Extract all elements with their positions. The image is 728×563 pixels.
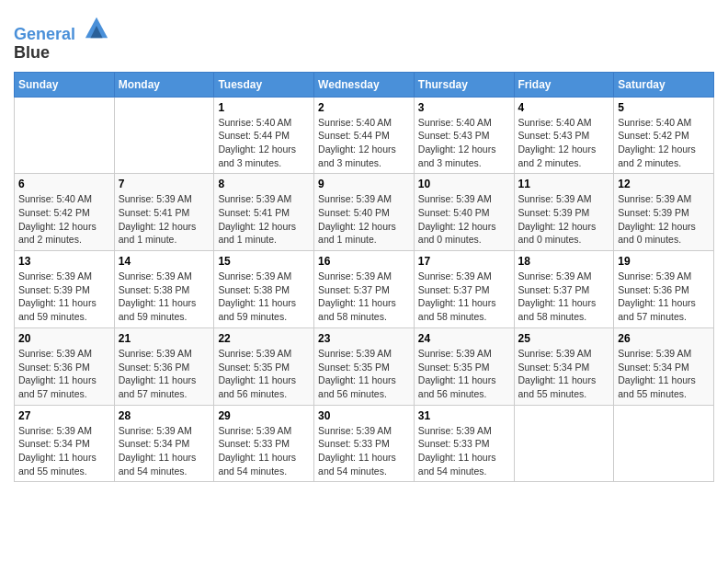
logo: General Blue	[14, 14, 109, 63]
day-number: 20	[18, 332, 110, 345]
calendar-cell: 11Sunrise: 5:39 AM Sunset: 5:39 PM Dayli…	[514, 174, 614, 251]
week-row-4: 20Sunrise: 5:39 AM Sunset: 5:36 PM Dayli…	[15, 327, 714, 405]
calendar-cell: 18Sunrise: 5:39 AM Sunset: 5:37 PM Dayli…	[514, 251, 614, 328]
day-header-friday: Friday	[514, 72, 614, 97]
day-info: Sunrise: 5:40 AM Sunset: 5:43 PM Dayligh…	[418, 116, 510, 170]
day-number: 26	[618, 332, 710, 345]
day-info: Sunrise: 5:39 AM Sunset: 5:40 PM Dayligh…	[418, 192, 510, 247]
day-number: 7	[119, 178, 210, 190]
day-header-saturday: Saturday	[614, 72, 714, 97]
calendar-cell: 16Sunrise: 5:39 AM Sunset: 5:37 PM Dayli…	[314, 251, 415, 328]
day-info: Sunrise: 5:39 AM Sunset: 5:36 PM Dayligh…	[18, 347, 110, 401]
day-number: 12	[618, 178, 710, 190]
day-info: Sunrise: 5:39 AM Sunset: 5:37 PM Dayligh…	[418, 270, 510, 324]
calendar-cell: 10Sunrise: 5:39 AM Sunset: 5:40 PM Dayli…	[414, 174, 514, 251]
day-info: Sunrise: 5:39 AM Sunset: 5:37 PM Dayligh…	[518, 270, 610, 324]
day-header-monday: Monday	[114, 72, 214, 97]
day-number: 14	[119, 255, 210, 268]
day-info: Sunrise: 5:39 AM Sunset: 5:34 PM Dayligh…	[518, 347, 610, 401]
calendar-cell	[614, 405, 714, 482]
calendar-cell: 26Sunrise: 5:39 AM Sunset: 5:34 PM Dayli…	[614, 327, 714, 405]
day-info: Sunrise: 5:39 AM Sunset: 5:36 PM Dayligh…	[618, 270, 710, 324]
page-header: General Blue	[14, 14, 714, 63]
day-number: 30	[318, 409, 410, 422]
day-number: 25	[518, 332, 610, 345]
calendar-cell: 9Sunrise: 5:39 AM Sunset: 5:40 PM Daylig…	[314, 174, 415, 251]
calendar-cell: 28Sunrise: 5:39 AM Sunset: 5:34 PM Dayli…	[114, 405, 214, 482]
day-info: Sunrise: 5:39 AM Sunset: 5:39 PM Dayligh…	[618, 192, 710, 247]
day-number: 4	[518, 101, 610, 114]
day-number: 16	[318, 255, 410, 268]
day-info: Sunrise: 5:39 AM Sunset: 5:35 PM Dayligh…	[318, 347, 410, 401]
calendar-cell: 21Sunrise: 5:39 AM Sunset: 5:36 PM Dayli…	[114, 327, 214, 405]
calendar-cell: 12Sunrise: 5:39 AM Sunset: 5:39 PM Dayli…	[614, 174, 714, 251]
day-number: 23	[318, 332, 410, 345]
calendar-cell	[514, 405, 614, 482]
day-info: Sunrise: 5:39 AM Sunset: 5:33 PM Dayligh…	[218, 424, 310, 478]
day-info: Sunrise: 5:39 AM Sunset: 5:39 PM Dayligh…	[518, 192, 610, 247]
week-row-5: 27Sunrise: 5:39 AM Sunset: 5:34 PM Dayli…	[15, 405, 714, 482]
day-number: 3	[418, 101, 510, 114]
day-info: Sunrise: 5:39 AM Sunset: 5:35 PM Dayligh…	[418, 347, 510, 401]
calendar-cell: 31Sunrise: 5:39 AM Sunset: 5:33 PM Dayli…	[414, 405, 514, 482]
day-info: Sunrise: 5:39 AM Sunset: 5:36 PM Dayligh…	[119, 347, 210, 401]
calendar-cell: 4Sunrise: 5:40 AM Sunset: 5:43 PM Daylig…	[514, 97, 614, 174]
day-number: 18	[518, 255, 610, 268]
day-number: 10	[418, 178, 510, 190]
calendar-cell	[114, 97, 214, 174]
calendar-cell: 30Sunrise: 5:39 AM Sunset: 5:33 PM Dayli…	[314, 405, 415, 482]
day-info: Sunrise: 5:39 AM Sunset: 5:39 PM Dayligh…	[18, 270, 110, 324]
day-number: 8	[218, 178, 310, 190]
calendar-cell: 7Sunrise: 5:39 AM Sunset: 5:41 PM Daylig…	[114, 174, 214, 251]
calendar-cell: 6Sunrise: 5:40 AM Sunset: 5:42 PM Daylig…	[15, 174, 115, 251]
day-number: 1	[218, 101, 310, 114]
day-header-sunday: Sunday	[15, 72, 115, 97]
day-info: Sunrise: 5:39 AM Sunset: 5:33 PM Dayligh…	[318, 424, 410, 478]
day-number: 9	[318, 178, 410, 190]
logo-text: General Blue	[14, 14, 109, 63]
calendar-cell: 25Sunrise: 5:39 AM Sunset: 5:34 PM Dayli…	[514, 327, 614, 405]
calendar-cell: 20Sunrise: 5:39 AM Sunset: 5:36 PM Dayli…	[15, 327, 115, 405]
calendar-cell: 19Sunrise: 5:39 AM Sunset: 5:36 PM Dayli…	[614, 251, 714, 328]
day-number: 22	[218, 332, 310, 345]
calendar-cell: 24Sunrise: 5:39 AM Sunset: 5:35 PM Dayli…	[414, 327, 514, 405]
calendar-cell: 5Sunrise: 5:40 AM Sunset: 5:42 PM Daylig…	[614, 97, 714, 174]
day-info: Sunrise: 5:39 AM Sunset: 5:37 PM Dayligh…	[318, 270, 410, 324]
calendar-cell: 8Sunrise: 5:39 AM Sunset: 5:41 PM Daylig…	[214, 174, 314, 251]
day-info: Sunrise: 5:40 AM Sunset: 5:44 PM Dayligh…	[218, 116, 310, 170]
week-row-2: 6Sunrise: 5:40 AM Sunset: 5:42 PM Daylig…	[15, 174, 714, 251]
day-number: 28	[119, 409, 210, 422]
day-info: Sunrise: 5:40 AM Sunset: 5:44 PM Dayligh…	[318, 116, 410, 170]
day-info: Sunrise: 5:39 AM Sunset: 5:33 PM Dayligh…	[418, 424, 510, 478]
calendar-cell	[15, 97, 115, 174]
day-info: Sunrise: 5:39 AM Sunset: 5:41 PM Dayligh…	[218, 192, 310, 247]
calendar-cell: 15Sunrise: 5:39 AM Sunset: 5:38 PM Dayli…	[214, 251, 314, 328]
day-number: 24	[418, 332, 510, 345]
week-row-3: 13Sunrise: 5:39 AM Sunset: 5:39 PM Dayli…	[15, 251, 714, 328]
day-number: 21	[119, 332, 210, 345]
day-info: Sunrise: 5:39 AM Sunset: 5:34 PM Dayligh…	[18, 424, 110, 478]
calendar-cell: 29Sunrise: 5:39 AM Sunset: 5:33 PM Dayli…	[214, 405, 314, 482]
day-number: 5	[618, 101, 710, 114]
day-info: Sunrise: 5:40 AM Sunset: 5:43 PM Dayligh…	[518, 116, 610, 170]
day-number: 17	[418, 255, 510, 268]
calendar-cell: 23Sunrise: 5:39 AM Sunset: 5:35 PM Dayli…	[314, 327, 415, 405]
day-number: 11	[518, 178, 610, 190]
calendar-cell: 13Sunrise: 5:39 AM Sunset: 5:39 PM Dayli…	[15, 251, 115, 328]
day-number: 2	[318, 101, 410, 114]
calendar-table: SundayMondayTuesdayWednesdayThursdayFrid…	[14, 72, 714, 483]
day-number: 13	[18, 255, 110, 268]
day-info: Sunrise: 5:39 AM Sunset: 5:38 PM Dayligh…	[119, 270, 210, 324]
day-number: 29	[218, 409, 310, 422]
week-row-1: 1Sunrise: 5:40 AM Sunset: 5:44 PM Daylig…	[15, 97, 714, 174]
day-info: Sunrise: 5:39 AM Sunset: 5:41 PM Dayligh…	[119, 192, 210, 247]
day-info: Sunrise: 5:39 AM Sunset: 5:38 PM Dayligh…	[218, 270, 310, 324]
day-info: Sunrise: 5:39 AM Sunset: 5:34 PM Dayligh…	[618, 347, 710, 401]
day-number: 6	[18, 178, 110, 190]
day-number: 31	[418, 409, 510, 422]
day-header-tuesday: Tuesday	[214, 72, 314, 97]
day-header-thursday: Thursday	[414, 72, 514, 97]
calendar-cell: 17Sunrise: 5:39 AM Sunset: 5:37 PM Dayli…	[414, 251, 514, 328]
day-info: Sunrise: 5:40 AM Sunset: 5:42 PM Dayligh…	[18, 192, 110, 247]
day-info: Sunrise: 5:39 AM Sunset: 5:34 PM Dayligh…	[119, 424, 210, 478]
